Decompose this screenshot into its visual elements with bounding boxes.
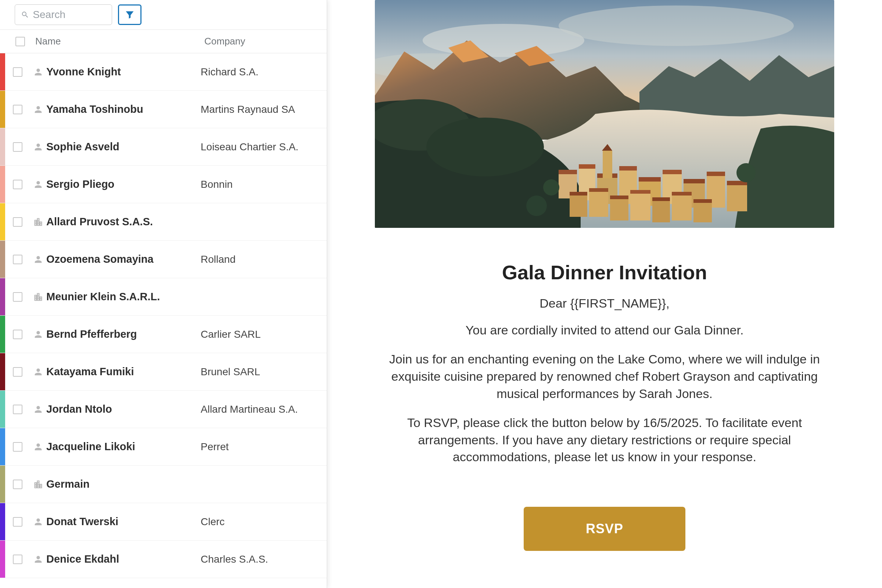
contact-row[interactable]: Yvonne KnightRichard S.A. (0, 53, 327, 91)
contact-company: Richard S.A. (201, 66, 327, 78)
svg-point-40 (543, 179, 560, 195)
search-row (0, 0, 327, 29)
svg-rect-24 (570, 195, 587, 217)
contact-name: Jacqueline Likoki (46, 441, 201, 453)
svg-rect-32 (652, 200, 670, 222)
email-paragraph-1: You are cordially invited to attend our … (384, 322, 825, 339)
email-preview-panel: Gala Dinner Invitation Dear {{FIRST_NAME… (327, 0, 882, 588)
select-all-checkbox[interactable] (15, 37, 25, 46)
contact-name: Bernd Pfefferberg (46, 328, 201, 340)
contact-company: Martins Raynaud SA (201, 104, 327, 116)
contact-row[interactable]: Germain (0, 466, 327, 503)
header-name[interactable]: Name (35, 36, 204, 47)
contact-name: Denice Ekdahl (46, 553, 201, 565)
contact-row[interactable]: Meunier Klein S.A.R.L. (0, 278, 327, 316)
email-greeting: Dear {{FIRST_NAME}}, (384, 296, 825, 310)
contact-company: Brunel SARL (201, 366, 327, 378)
contact-name: Sergio Pliego (46, 178, 201, 190)
row-checkbox[interactable] (13, 555, 22, 564)
contact-name: Jordan Ntolo (46, 403, 201, 415)
svg-rect-31 (630, 190, 651, 194)
contact-company: Allard Martineau S.A. (201, 404, 327, 415)
row-checkbox[interactable] (13, 292, 22, 302)
person-icon (30, 367, 46, 377)
row-checkbox[interactable] (13, 67, 22, 77)
contact-row[interactable]: Yamaha ToshinobuMartins Raynaud SA (0, 91, 327, 128)
color-strip (0, 428, 5, 465)
contact-company: Loiseau Chartier S.A. (201, 141, 327, 153)
contact-row[interactable]: Jordan NtoloAllard Martineau S.A. (0, 391, 327, 428)
building-icon (30, 292, 46, 302)
contact-row[interactable]: Allard Pruvost S.A.S. (0, 203, 327, 241)
contact-name: Sophie Asveld (46, 141, 201, 153)
rsvp-button[interactable]: RSVP (524, 507, 686, 551)
svg-rect-25 (570, 192, 587, 195)
svg-rect-29 (610, 195, 628, 199)
contact-name: Germain (46, 478, 201, 490)
svg-rect-26 (589, 191, 608, 217)
search-input[interactable] (33, 9, 106, 21)
contact-row[interactable]: Katayama FumikiBrunel SARL (0, 353, 327, 391)
contact-row[interactable]: Donat TwerskiClerc (0, 503, 327, 541)
search-box[interactable] (15, 4, 112, 25)
svg-rect-35 (672, 192, 692, 195)
color-strip (0, 166, 5, 203)
contact-company: Bonnin (201, 178, 327, 190)
contact-row[interactable]: Ozoemena SomayinaRolland (0, 241, 327, 278)
contact-name: Katayama Fumiki (46, 366, 201, 378)
email-title: Gala Dinner Invitation (384, 261, 825, 284)
row-checkbox[interactable] (13, 367, 22, 376)
color-strip (0, 241, 5, 278)
filter-button[interactable] (118, 4, 141, 25)
svg-rect-21 (707, 172, 725, 176)
svg-rect-34 (672, 195, 692, 220)
color-strip (0, 541, 5, 578)
row-checkbox[interactable] (13, 330, 22, 339)
contact-company: Perret (201, 441, 327, 453)
contact-list[interactable]: Yvonne KnightRichard S.A.Yamaha Toshinob… (0, 53, 327, 588)
row-checkbox[interactable] (13, 105, 22, 114)
person-icon (30, 517, 46, 527)
svg-point-2 (559, 6, 794, 46)
svg-rect-28 (610, 198, 628, 220)
color-strip (0, 316, 5, 353)
person-icon (30, 554, 46, 564)
contact-row[interactable]: Denice EkdahlCharles S.A.S. (0, 541, 327, 578)
person-icon (30, 179, 46, 190)
header-company[interactable]: Company (204, 36, 327, 47)
svg-rect-19 (684, 179, 705, 183)
svg-rect-13 (619, 166, 637, 171)
contact-row[interactable]: Sophie AsveldLoiseau Chartier S.A. (0, 128, 327, 166)
svg-rect-9 (579, 164, 596, 169)
row-checkbox[interactable] (13, 255, 22, 264)
color-strip (0, 466, 5, 503)
person-icon (30, 254, 46, 265)
search-icon (21, 10, 29, 20)
row-checkbox[interactable] (13, 517, 22, 526)
building-icon (30, 479, 46, 489)
list-header: Name Company (0, 29, 327, 53)
contact-name: Donat Twerski (46, 516, 201, 528)
contact-row[interactable]: Bernd PfefferbergCarlier SARL (0, 316, 327, 353)
row-checkbox[interactable] (13, 480, 22, 489)
svg-rect-30 (630, 193, 651, 220)
row-checkbox[interactable] (13, 217, 22, 227)
row-checkbox[interactable] (13, 180, 22, 189)
person-icon (30, 442, 46, 452)
svg-rect-17 (663, 170, 682, 174)
row-checkbox[interactable] (13, 142, 22, 152)
contact-row[interactable]: Jacqueline LikokiPerret (0, 428, 327, 466)
svg-rect-22 (727, 184, 747, 212)
svg-rect-15 (639, 177, 661, 182)
contact-company: Rolland (201, 254, 327, 266)
row-checkbox[interactable] (13, 405, 22, 414)
color-strip (0, 203, 5, 240)
svg-rect-7 (559, 170, 577, 174)
contact-row[interactable]: Sergio PliegoBonnin (0, 166, 327, 203)
svg-point-41 (736, 163, 756, 182)
color-strip (0, 53, 5, 90)
person-icon (30, 142, 46, 152)
row-checkbox[interactable] (13, 442, 22, 452)
contact-name: Allard Pruvost S.A.S. (46, 216, 201, 228)
color-strip (0, 503, 5, 540)
